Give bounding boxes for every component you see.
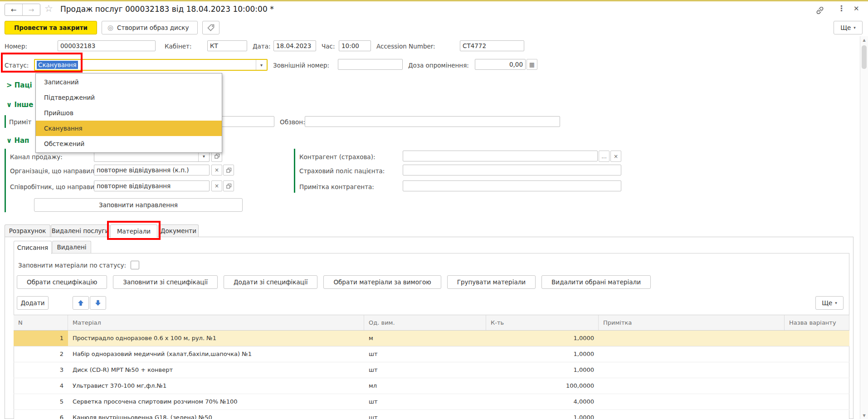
scroll-up-icon[interactable]: ▲ xyxy=(860,36,868,44)
modified-marker xyxy=(5,149,6,212)
number-input[interactable]: 000032183 xyxy=(58,40,156,51)
attachments-button[interactable] xyxy=(202,21,219,34)
subtab-vydaleni[interactable]: Видалені xyxy=(52,241,91,253)
add-from-spec-button[interactable]: Додати зі специфікації xyxy=(224,275,318,289)
move-down-button[interactable] xyxy=(90,296,106,310)
dropdown-option[interactable]: Записаний xyxy=(36,74,222,90)
counterparty-select-button[interactable]: ... xyxy=(599,151,610,162)
table-header-qty[interactable]: К-ть xyxy=(486,315,599,330)
tab-rozrakhunok[interactable]: Розрахунок xyxy=(5,224,50,237)
open-icon xyxy=(225,183,232,190)
fill-materials-checkbox[interactable] xyxy=(131,261,139,269)
back-button[interactable]: ← xyxy=(5,4,23,15)
table-header-material[interactable]: Матеріал xyxy=(68,315,364,330)
calculator-button[interactable]: ▦ xyxy=(527,59,537,70)
cell-qty: 1,0000 xyxy=(486,362,599,378)
accession-number-input[interactable]: CT4772 xyxy=(460,40,524,51)
cell-note xyxy=(599,410,785,419)
tab-vydaleni-poslugy[interactable]: Видалені послуги xyxy=(51,224,110,237)
tab-dokumenty[interactable]: Документи xyxy=(158,224,199,237)
open-icon xyxy=(214,153,220,160)
cell-variant xyxy=(785,346,849,362)
cell-qty: 1,0000 xyxy=(486,346,599,362)
callback-input[interactable] xyxy=(305,116,560,127)
move-up-button[interactable] xyxy=(73,296,89,310)
table-row[interactable]: 3 Диск (CD-R) МРТ №50 + конверт шт 1,000… xyxy=(14,362,849,378)
scrollbar-thumb[interactable] xyxy=(862,45,867,69)
select-materials-on-demand-button[interactable]: Обрати матеріали за вимогою xyxy=(323,275,441,289)
counterparty-note-input[interactable] xyxy=(403,180,621,191)
cell-material: Серветка просочена спиртовим розчином 70… xyxy=(68,394,364,409)
subtab-spysannya[interactable]: Списання xyxy=(14,241,52,254)
counterparty-input[interactable] xyxy=(403,151,598,161)
table-row[interactable]: 1 Простирадло одноразове 0.6 х 100 м, ру… xyxy=(14,331,849,346)
close-icon[interactable]: ✕ xyxy=(853,5,859,13)
dose-input[interactable]: 0,00 xyxy=(475,59,526,70)
status-dropdown-button[interactable]: ▾ xyxy=(256,60,267,70)
scroll-down-icon[interactable]: ▼ xyxy=(860,412,868,419)
fill-from-spec-button[interactable]: Заповнити зі специфікації xyxy=(113,275,218,289)
counterparty-clear-button[interactable]: × xyxy=(610,151,621,162)
time-label: Час: xyxy=(322,43,335,50)
section-other[interactable]: ∨ Інше xyxy=(6,101,33,109)
table-header-unit[interactable]: Од. вим. xyxy=(364,315,486,330)
time-input[interactable]: 10:00 xyxy=(339,40,371,51)
add-button[interactable]: Додати xyxy=(17,296,49,310)
fill-referral-button[interactable]: Заповнити направлення xyxy=(34,198,243,212)
referring-employee-label: Співробітник, що направив: xyxy=(10,183,100,190)
table-header-variant[interactable]: Назва варіанту xyxy=(785,315,849,330)
favorite-star-icon[interactable]: ☆ xyxy=(44,3,53,14)
window-scrollbar[interactable]: ▲ ▼ xyxy=(860,36,868,419)
chevron-down-icon: ▾ xyxy=(835,301,837,305)
referring-employee-open-button[interactable] xyxy=(223,180,234,191)
table-row[interactable]: 6 Канюля внутрішньовенна G18, (зелена) №… xyxy=(14,410,849,419)
table-row[interactable]: 5 Серветка просочена спиртовим розчином … xyxy=(14,394,849,410)
section-referral[interactable]: ∨ Нап xyxy=(6,136,29,145)
chevron-down-icon: ∨ xyxy=(6,136,12,145)
referring-org-label: Організація, що направила: xyxy=(10,167,100,175)
cell-qty: 1,0000 xyxy=(486,331,599,346)
referring-org-clear-button[interactable]: × xyxy=(211,165,222,175)
dropdown-option[interactable]: Підтверджений xyxy=(36,90,222,105)
table-header-note[interactable]: Примітка xyxy=(599,315,785,330)
referring-employee-input[interactable]: повторне відвідування xyxy=(94,180,210,191)
open-icon xyxy=(225,167,232,174)
external-number-input[interactable] xyxy=(338,59,403,70)
dropdown-option[interactable]: Прийшов xyxy=(36,105,222,121)
dose-label: Доза опромінення: xyxy=(408,62,469,69)
referring-employee-clear-button[interactable]: × xyxy=(211,180,222,191)
cell-material: Простирадло одноразове 0.6 х 100 м, рул.… xyxy=(68,331,364,346)
post-and-close-button[interactable]: Провести та закрити xyxy=(5,21,97,34)
cell-variant xyxy=(785,410,849,419)
referring-org-input[interactable]: повторне відвідування (к.п.) xyxy=(94,165,210,175)
create-disk-image-button[interactable]: ◎ Створити образ диску xyxy=(102,21,198,34)
more-button-top[interactable]: Ще ▾ xyxy=(834,21,863,34)
counterparty-label: Контрагент (страхова): xyxy=(299,153,375,161)
group-materials-button[interactable]: Групувати матеріали xyxy=(447,275,536,289)
delete-selected-materials-button[interactable]: Видалити обрані матеріали xyxy=(541,275,651,289)
section-patient[interactable]: > Паці xyxy=(6,81,32,89)
referring-org-open-button[interactable] xyxy=(223,165,234,175)
status-dropdown-popup: Записаний Підтверджений Прийшов Скануван… xyxy=(35,73,222,153)
fill-materials-checkbox-label: Заповнити матеріали по статусу: xyxy=(18,262,126,269)
window-menu-kebab-icon[interactable]: ⋮ xyxy=(838,4,845,13)
forward-button[interactable]: → xyxy=(23,4,40,15)
chevron-down-icon: ▾ xyxy=(853,25,856,30)
table-header-n[interactable]: N xyxy=(14,315,68,330)
dropdown-option-selected[interactable]: Сканування xyxy=(36,121,222,136)
cabinet-input[interactable]: КТ xyxy=(207,40,247,51)
dropdown-option[interactable]: Обстежений xyxy=(36,136,222,151)
insurance-policy-input[interactable] xyxy=(403,165,621,175)
cell-unit: шт xyxy=(364,410,486,419)
cell-variant xyxy=(785,394,849,409)
date-label: Дата: xyxy=(253,43,271,50)
table-row[interactable]: 2 Набір одноразовий медичний (халат,бахі… xyxy=(14,346,849,362)
date-input[interactable]: 18.04.2023 xyxy=(273,40,316,51)
cell-variant xyxy=(785,362,849,378)
calculator-icon: ▦ xyxy=(529,61,535,68)
select-spec-button[interactable]: Обрати специфікацію xyxy=(17,275,107,289)
more-button-table[interactable]: Ще ▾ xyxy=(815,296,844,310)
table-row[interactable]: 4 Ультравист 370-100 мг,фл.№1 мл 100,000… xyxy=(14,378,849,394)
cell-qty: 1,0000 xyxy=(486,410,599,419)
get-link-button[interactable] xyxy=(814,5,825,16)
